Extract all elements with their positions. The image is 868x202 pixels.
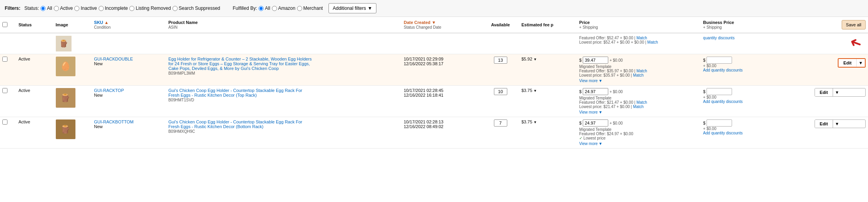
row2-match1[interactable]: Match [637,100,647,105]
header-price: Price + Shipping [577,17,701,33]
row3-price-input[interactable] [583,119,608,127]
table-row: Active 🥚 GUI-RACKDOUBLE New Egg Holder f… [0,54,868,86]
row3-dollar-sign: $ [579,121,582,125]
row2-checkbox[interactable] [2,88,7,93]
fulfilled-merchant-text: Merchant [303,6,323,11]
fulfilled-all-label[interactable]: All [259,6,270,11]
row2-view-more[interactable]: View more ▼ [579,110,698,114]
row3-lowest-price-text: Lowest price [584,136,606,140]
date-sort-icon: ▼ [431,20,436,25]
row3-checkbox[interactable] [2,119,7,125]
row1-edit-button[interactable]: Edit [839,59,856,67]
row1-fee-text: $5.92 [521,57,532,61]
header-sku[interactable]: SKU ▲ Condition [92,17,166,33]
row1-bp-input[interactable] [707,57,732,64]
row1-edit-dropdown[interactable]: ▼ [856,59,865,67]
row1-price-input[interactable] [583,57,608,64]
row1-checkbox[interactable] [2,57,7,62]
partial-match1[interactable]: Match [637,36,647,40]
header-date-created[interactable]: Date Created ▼ Status Changed Date [401,17,482,33]
row3-edit-button[interactable]: Edit [815,120,833,128]
row2-avail-cell[interactable] [482,86,519,117]
status-incomplete-radio[interactable] [99,6,104,11]
row1-product-name-link[interactable]: Egg Holder for Refrigerator & Counter – … [168,57,312,71]
status-search-suppressed-label[interactable]: Search Suppressed [172,6,220,11]
status-active-radio[interactable] [54,6,59,11]
listings-table: Status Image SKU ▲ Condition Product Nam… [0,17,868,149]
row3-view-more[interactable]: View more ▼ [579,141,698,146]
fulfilled-filter-label: Fulfilled By: [233,6,257,11]
row2-edit-dropdown[interactable]: ▼ [833,88,841,96]
header-checkbox[interactable] [0,17,16,33]
status-all-label[interactable]: All [40,6,52,11]
partial-featured-offer-text: Featured Offer: $52.47 + $0.00 [579,36,633,40]
row3-date-cell: 10/17/2021 02:28:13 12/16/2022 08:49:02 [401,117,482,149]
row2-edit-button[interactable]: Edit [815,88,833,96]
additional-filters-button[interactable]: Additional filters ▼ [328,3,377,13]
fulfilled-merchant-radio[interactable] [297,6,302,11]
row3-sku-cell: GUI-RACKBOTTOM New [92,117,166,149]
row1-action-cell: ➜ Edit ▼ [812,54,868,86]
chevron-down-icon: ▼ [367,6,372,11]
fulfilled-amazon-label[interactable]: Amazon [272,6,295,11]
row3-status-cell: Active [16,117,53,149]
row3-add-qty-discounts[interactable]: Add quantity discounts [703,131,810,135]
row2-add-qty-discounts[interactable]: Add quantity discounts [703,99,810,104]
chevron-down-view-icon: ▼ [598,79,602,83]
row1-sku-text[interactable]: GUI-RACKDOUBLE [94,57,163,61]
fulfilled-all-radio[interactable] [259,6,264,11]
row2-product-thumbnail: 🪵 [56,88,75,108]
row3-bp-input[interactable] [707,119,732,127]
row2-avail-input[interactable] [494,88,507,95]
row2-bp-input[interactable] [707,88,732,95]
row1-add-qty-discounts[interactable]: Add quantity discounts [703,68,810,72]
row2-sku-text[interactable]: GUI-RACKTOP [94,88,163,93]
select-all-checkbox[interactable] [2,22,7,27]
row3-checkbox-cell[interactable] [0,117,16,149]
partial-match2[interactable]: Match [647,40,658,44]
row3-avail-cell[interactable] [482,117,519,149]
row1-view-more[interactable]: View more ▼ [579,79,698,83]
row3-sku-text[interactable]: GUI-RACKBOTTOM [94,119,163,124]
row1-match1[interactable]: Match [637,69,647,73]
row2-product-name-link[interactable]: Gui's Chicken Coop Egg Holder - Countert… [168,88,302,97]
row3-product-cell: Gui's Chicken Coop Egg Holder - Countert… [166,117,401,149]
row1-checkbox-cell[interactable] [0,54,16,86]
partial-qty-discounts[interactable]: quantity discounts [703,36,810,40]
status-active-label[interactable]: Active [54,6,73,11]
row1-bp-dollar: $ [703,58,705,62]
row1-date-created: 10/17/2021 02:29:09 [404,57,479,61]
status-listing-removed-label[interactable]: Listing Removed [129,6,171,11]
row1-match2[interactable]: Match [633,73,644,77]
header-action: Click here to edit product listings Save… [812,17,868,33]
row3-edit-button-wrap: Edit ▼ [815,119,866,128]
status-search-suppressed-radio[interactable] [172,6,178,11]
row1-avail-cell[interactable] [482,54,519,86]
row3-condition-text: New [94,124,163,129]
row1-edit-button-wrap: Edit ▼ [838,58,866,68]
row2-price-input[interactable] [583,88,608,95]
row2-price-cell: $ + $0.00 Migrated Template Featured Off… [577,86,701,117]
row-product-cell [166,33,401,54]
status-incomplete-label[interactable]: Incomplete [99,6,128,11]
row3-price-cell: $ + $0.00 Migrated Template Featured Off… [577,117,701,149]
row3-avail-input[interactable] [494,119,507,127]
row1-featured-offer-text: Featured Offer: $35.97 + $0.00 [579,69,633,73]
status-all-radio[interactable] [40,6,46,11]
row3-plus-price: + $0.00 [609,121,623,125]
table-row: Active 🪵 GUI-RACKBOTTOM New Gui's Chicke… [0,117,868,149]
status-listing-removed-radio[interactable] [129,6,134,11]
row2-action-cell: Edit ▼ [812,86,868,117]
status-inactive-radio[interactable] [74,6,79,11]
row-checkbox-cell[interactable] [0,33,16,54]
status-inactive-label[interactable]: Inactive [74,6,97,11]
row2-match2[interactable]: Match [633,105,644,109]
row3-edit-dropdown[interactable]: ▼ [833,120,841,128]
fulfilled-merchant-label[interactable]: Merchant [297,6,323,11]
row1-lowest-price-text: Lowest price: $35.97 + $0.00 [579,73,630,77]
row2-checkbox-cell[interactable] [0,86,16,117]
fulfilled-amazon-radio[interactable] [272,6,277,11]
row3-product-name-link[interactable]: Gui's Chicken Coop Egg Holder - Countert… [168,119,302,129]
row1-avail-input[interactable] [494,57,507,64]
save-all-button[interactable]: Save all [842,20,866,29]
